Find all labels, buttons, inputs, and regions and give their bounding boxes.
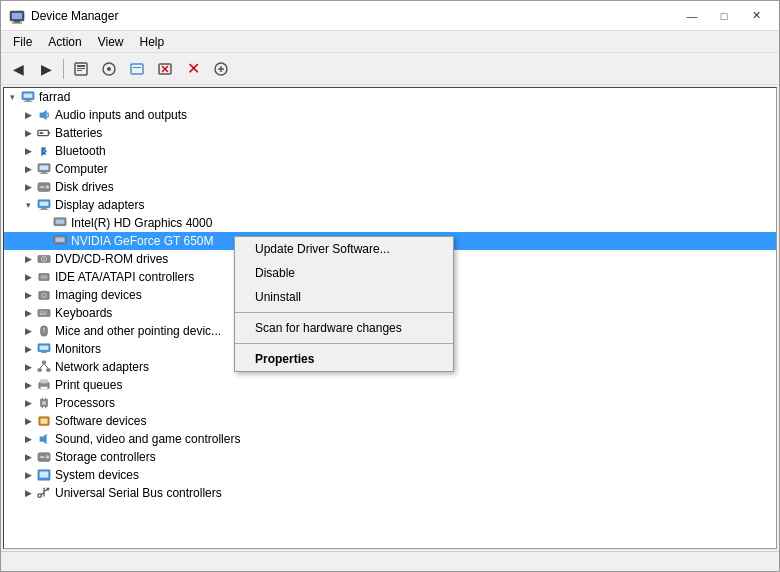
context-uninstall[interactable]: Uninstall — [235, 285, 453, 309]
svg-rect-28 — [41, 172, 46, 173]
svg-marker-22 — [40, 110, 47, 121]
svg-rect-61 — [38, 369, 42, 372]
monitors-expander[interactable]: ▶ — [20, 341, 36, 357]
mice-expander[interactable]: ▶ — [20, 323, 36, 339]
tree-systemdevices[interactable]: ▶ System devices — [4, 466, 776, 484]
software-label: Software devices — [55, 414, 146, 428]
systemdevices-icon — [36, 467, 52, 483]
diskdrives-expander[interactable]: ▶ — [20, 179, 36, 195]
toolbar-update[interactable] — [124, 57, 150, 81]
context-properties[interactable]: Properties — [235, 347, 453, 371]
tree-diskdrives[interactable]: ▶ Disk drives — [4, 178, 776, 196]
menu-action[interactable]: Action — [40, 33, 89, 51]
audio-icon — [36, 107, 52, 123]
mice-label: Mice and other pointing devic... — [55, 324, 221, 338]
svg-rect-38 — [56, 220, 65, 224]
batteries-expander[interactable]: ▶ — [20, 125, 36, 141]
svg-rect-2 — [14, 21, 20, 23]
tree-processors[interactable]: ▶ Processors — [4, 394, 776, 412]
tree-root[interactable]: ▾ farrad — [4, 88, 776, 106]
nvidia-label: NVIDIA GeForce GT 650M — [71, 234, 214, 248]
svg-rect-67 — [41, 387, 48, 390]
toolbar-forward[interactable]: ▶ — [33, 57, 59, 81]
tree-bluetooth[interactable]: ▶ Bluetooth — [4, 142, 776, 160]
menu-help[interactable]: Help — [132, 33, 173, 51]
svg-rect-84 — [47, 488, 50, 491]
tree-printqueues[interactable]: ▶ Print queues — [4, 376, 776, 394]
context-disable[interactable]: Disable — [235, 261, 453, 285]
svg-point-78 — [46, 455, 50, 459]
keyboards-icon — [36, 305, 52, 321]
tree-displayadapters[interactable]: ▾ Display adapters — [4, 196, 776, 214]
svg-rect-40 — [56, 238, 65, 242]
systemdevices-expander[interactable]: ▶ — [20, 467, 36, 483]
tree-software[interactable]: ▶ Software devices — [4, 412, 776, 430]
imaging-icon — [36, 287, 52, 303]
context-update[interactable]: Update Driver Software... — [235, 237, 453, 261]
status-bar — [1, 551, 779, 571]
toolbar-scan[interactable] — [96, 57, 122, 81]
monitors-icon — [36, 341, 52, 357]
window-controls: — □ ✕ — [677, 4, 771, 28]
toolbar-delete[interactable]: ✕ — [180, 57, 206, 81]
network-expander[interactable]: ▶ — [20, 359, 36, 375]
storage-expander[interactable]: ▶ — [20, 449, 36, 465]
tree-usb[interactable]: ▶ Universal Serial Bus controllers — [4, 484, 776, 502]
svg-rect-25 — [40, 132, 44, 134]
imaging-expander[interactable]: ▶ — [20, 287, 36, 303]
svg-rect-10 — [131, 64, 143, 74]
svg-rect-69 — [42, 401, 46, 405]
svg-point-43 — [43, 258, 45, 260]
network-label: Network adapters — [55, 360, 149, 374]
bluetooth-expander[interactable]: ▶ — [20, 143, 36, 159]
intelhd-label: Intel(R) HD Graphics 4000 — [71, 216, 212, 230]
sound-label: Sound, video and game controllers — [55, 432, 240, 446]
toolbar-back[interactable]: ◀ — [5, 57, 31, 81]
displayadapters-expander[interactable]: ▾ — [20, 197, 36, 213]
software-expander[interactable]: ▶ — [20, 413, 36, 429]
menu-file[interactable]: File — [5, 33, 40, 51]
svg-rect-50 — [40, 311, 42, 312]
dvd-expander[interactable]: ▶ — [20, 251, 36, 267]
svg-rect-62 — [47, 369, 51, 372]
usb-label: Universal Serial Bus controllers — [55, 486, 222, 500]
ide-expander[interactable]: ▶ — [20, 269, 36, 285]
tree-intelhd[interactable]: ▶ Intel(R) HD Graphics 4000 — [4, 214, 776, 232]
diskdrives-icon — [36, 179, 52, 195]
menu-bar: File Action View Help — [1, 31, 779, 53]
toolbar-uninstall[interactable] — [152, 57, 178, 81]
toolbar-properties[interactable] — [68, 57, 94, 81]
keyboards-expander[interactable]: ▶ — [20, 305, 36, 321]
device-tree[interactable]: ▾ farrad ▶ Audio inputs and outputs ▶ — [3, 87, 777, 549]
svg-rect-46 — [39, 292, 50, 300]
tree-computer[interactable]: ▶ Computer — [4, 160, 776, 178]
sound-expander[interactable]: ▶ — [20, 431, 36, 447]
svg-rect-24 — [48, 132, 50, 134]
tree-storage[interactable]: ▶ Storage controllers — [4, 448, 776, 466]
printqueues-expander[interactable]: ▶ — [20, 377, 36, 393]
tree-batteries[interactable]: ▶ Batteries — [4, 124, 776, 142]
root-expander[interactable]: ▾ — [4, 89, 20, 105]
toolbar-add[interactable] — [208, 57, 234, 81]
svg-rect-1 — [12, 13, 22, 19]
svg-rect-32 — [40, 186, 45, 188]
minimize-button[interactable]: — — [677, 4, 707, 28]
svg-rect-21 — [24, 101, 33, 102]
audio-expander[interactable]: ▶ — [20, 107, 36, 123]
tree-sound[interactable]: ▶ Sound, video and game controllers — [4, 430, 776, 448]
computer-expander[interactable]: ▶ — [20, 161, 36, 177]
svg-rect-58 — [40, 346, 49, 350]
context-scan[interactable]: Scan for hardware changes — [235, 316, 453, 340]
svg-rect-45 — [41, 275, 48, 279]
menu-view[interactable]: View — [90, 33, 132, 51]
svg-rect-52 — [45, 311, 47, 312]
root-label: farrad — [39, 90, 70, 104]
maximize-button[interactable]: □ — [709, 4, 739, 28]
keyboards-label: Keyboards — [55, 306, 112, 320]
close-button[interactable]: ✕ — [741, 4, 771, 28]
tree-audio[interactable]: ▶ Audio inputs and outputs — [4, 106, 776, 124]
processors-expander[interactable]: ▶ — [20, 395, 36, 411]
usb-expander[interactable]: ▶ — [20, 485, 36, 501]
dvd-label: DVD/CD-ROM drives — [55, 252, 168, 266]
svg-line-63 — [40, 364, 44, 369]
